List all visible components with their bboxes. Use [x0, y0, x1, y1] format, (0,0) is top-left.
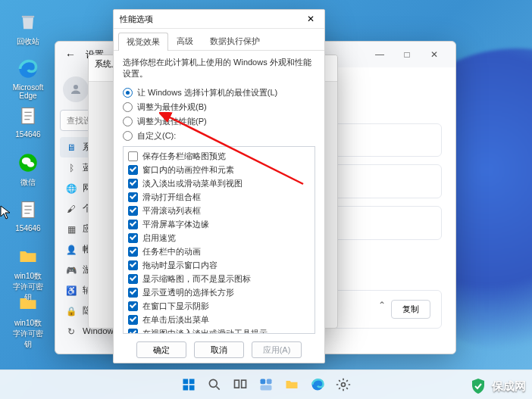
- cancel-button[interactable]: 取消: [194, 341, 244, 358]
- radio-label: 让 Windows 选择计算机的最佳设置(L): [137, 87, 277, 98]
- doc-icon: [15, 197, 41, 223]
- ok-button[interactable]: 确定: [136, 341, 186, 358]
- desktop-icon-trash[interactable]: 回收站: [11, 9, 45, 47]
- update-icon: ↻: [66, 326, 77, 337]
- svg-rect-21: [189, 385, 195, 391]
- desktop-icon-wechat[interactable]: 微信: [11, 150, 45, 188]
- visual-effect-checkbox-10[interactable]: 显示亚透明的选择长方形: [128, 285, 310, 299]
- checkbox-icon: [128, 288, 138, 298]
- desktop-icon-edge[interactable]: Microsoft Edge: [11, 56, 45, 100]
- access-icon: ♿: [66, 285, 77, 296]
- checkbox-icon: [128, 192, 138, 202]
- doc-icon: [15, 103, 41, 129]
- avatar: [63, 76, 89, 102]
- svg-point-22: [209, 379, 217, 387]
- desktop-icon-label: 微信: [11, 177, 45, 188]
- perf-body: 选择你想在此计算机上使用的 Windows 外观和性能设置。 让 Windows…: [114, 51, 324, 363]
- watermark: 保成网: [469, 377, 526, 395]
- checkbox-icon: [128, 329, 138, 335]
- visual-effect-checkbox-5[interactable]: 平滑屏幕字体边缘: [128, 217, 310, 231]
- desktop-icon-label: 回收站: [11, 36, 45, 47]
- visual-effect-checkbox-6[interactable]: 启用速览: [128, 231, 310, 245]
- tab-视觉效果[interactable]: 视觉效果: [118, 33, 168, 51]
- tab-高级[interactable]: 高级: [168, 32, 202, 50]
- chevron-up-icon[interactable]: ⌃: [373, 300, 391, 310]
- svg-point-30: [342, 383, 346, 387]
- svg-rect-25: [242, 380, 246, 388]
- radio-option-3[interactable]: 自定义(C):: [123, 129, 315, 143]
- perf-title: 性能选项: [120, 14, 153, 25]
- visual-effect-checkbox-13[interactable]: 在视图中淡入淡出或滑动工具提示: [128, 326, 310, 334]
- visual-effect-checkbox-11[interactable]: 在窗口下显示阴影: [128, 299, 310, 313]
- close-button[interactable]: ✕: [421, 43, 448, 66]
- radio-option-0[interactable]: 让 Windows 选择计算机的最佳设置(L): [123, 86, 315, 100]
- svg-rect-27: [267, 379, 272, 385]
- svg-point-8: [27, 162, 34, 167]
- perf-buttons: 确定 取消 应用(A): [123, 334, 315, 363]
- checkbox-icon: [128, 151, 138, 161]
- minimize-button[interactable]: —: [366, 43, 393, 66]
- desktop-icon-folder[interactable]: win10数字许可密钥: [11, 291, 45, 350]
- cursor-icon: [0, 205, 12, 220]
- visual-effect-checkbox-9[interactable]: 显示缩略图，而不是显示图标: [128, 272, 310, 285]
- desktop-icon-label: 154646: [11, 224, 45, 232]
- checkbox-label: 在视图中淡入淡出或滑动工具提示: [142, 328, 268, 335]
- copy-button[interactable]: 复制: [391, 300, 430, 319]
- edge-taskbar-icon[interactable]: [307, 374, 328, 395]
- checkbox-label: 平滑滚动列表框: [142, 205, 201, 217]
- visual-effects-list[interactable]: 保存任务栏缩略图预览窗口内的动画控件和元素淡入淡出或滑动菜单到视图滑动打开组合框…: [123, 146, 315, 334]
- start-button[interactable]: [178, 374, 199, 395]
- checkbox-label: 保存任务栏缩略图预览: [142, 151, 226, 162]
- apps-icon: ▦: [66, 224, 77, 235]
- wechat-icon: [15, 150, 41, 176]
- desktop-icon-doc[interactable]: 154646: [11, 197, 45, 232]
- edge-icon: [15, 56, 41, 82]
- checkbox-label: 滑动打开组合框: [142, 192, 201, 203]
- visual-effect-checkbox-7[interactable]: 任务栏中的动画: [128, 245, 310, 258]
- apply-button[interactable]: 应用(A): [252, 341, 302, 358]
- desktop-icon-label: 154646: [11, 130, 45, 139]
- visual-effect-checkbox-2[interactable]: 淡入淡出或滑动菜单到视图: [128, 176, 310, 190]
- desktop-icon-doc[interactable]: 154646: [11, 103, 45, 139]
- checkbox-icon: [128, 260, 138, 270]
- maximize-button[interactable]: □: [393, 43, 421, 66]
- privacy-icon: 🔒: [66, 306, 77, 316]
- radio-option-1[interactable]: 调整为最佳外观(B): [123, 100, 315, 114]
- checkbox-icon: [128, 315, 138, 325]
- checkbox-label: 淡入淡出或滑动菜单到视图: [142, 178, 243, 189]
- system-icon: 🖥: [66, 142, 77, 153]
- back-button[interactable]: ←: [63, 48, 78, 61]
- radio-label: 自定义(C):: [137, 130, 176, 142]
- visual-effect-checkbox-12[interactable]: 在单击后淡出菜单: [128, 313, 310, 326]
- explorer-icon[interactable]: [281, 374, 302, 395]
- search-taskbar-icon[interactable]: [204, 374, 225, 395]
- tab-数据执行保护[interactable]: 数据执行保护: [202, 32, 268, 50]
- perf-tabs: 视觉效果高级数据执行保护: [114, 29, 324, 51]
- radio-icon: [123, 117, 133, 126]
- perf-close-button[interactable]: ✕: [303, 14, 318, 24]
- settings-taskbar-icon[interactable]: [333, 374, 354, 395]
- visual-effect-checkbox-8[interactable]: 拖动时显示窗口内容: [128, 258, 310, 272]
- checkbox-label: 平滑屏幕字体边缘: [142, 219, 209, 230]
- perf-titlebar: 性能选项 ✕: [114, 10, 324, 29]
- personalize-icon: 🖌: [66, 204, 77, 214]
- visual-effect-checkbox-0[interactable]: 保存任务栏缩略图预览: [128, 149, 310, 163]
- radio-option-2[interactable]: 调整为最佳性能(P): [123, 114, 315, 129]
- checkbox-label: 在单击后淡出菜单: [142, 314, 209, 326]
- svg-line-23: [217, 387, 220, 390]
- checkbox-label: 拖动时显示窗口内容: [142, 260, 217, 271]
- visual-effect-checkbox-3[interactable]: 滑动打开组合框: [128, 190, 310, 204]
- svg-rect-20: [183, 385, 189, 391]
- checkbox-label: 任务栏中的动画: [142, 246, 201, 257]
- radio-label: 调整为最佳性能(P): [137, 116, 207, 127]
- widgets-icon[interactable]: [255, 374, 277, 395]
- svg-rect-19: [189, 379, 195, 385]
- visual-effect-checkbox-4[interactable]: 平滑滚动列表框: [128, 204, 310, 217]
- visual-effect-checkbox-1[interactable]: 窗口内的动画控件和元素: [128, 163, 310, 176]
- folder-icon: [15, 244, 41, 270]
- shield-icon: [469, 377, 487, 395]
- task-view-icon[interactable]: [230, 374, 251, 395]
- checkbox-label: 在窗口下显示阴影: [142, 301, 209, 312]
- folder-icon: [15, 291, 41, 316]
- taskbar[interactable]: [0, 369, 532, 399]
